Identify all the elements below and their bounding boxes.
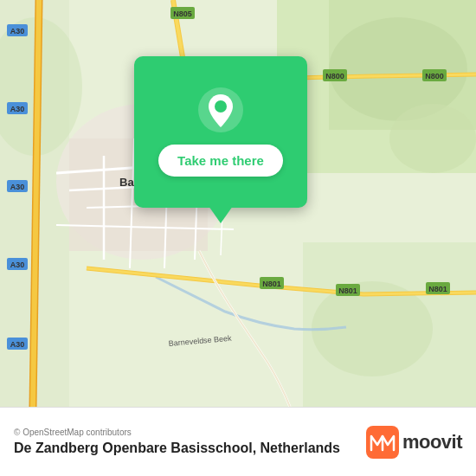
svg-point-3 — [329, 17, 467, 121]
moovit-icon — [366, 426, 399, 459]
svg-text:A30: A30 — [10, 183, 25, 191]
map-view: A30 A30 A30 A30 A30 N805 N800 N800 N801 … — [0, 0, 476, 407]
svg-text:A30: A30 — [10, 105, 25, 113]
location-name: De Zandberg Openbare Basisschool, Nether… — [14, 441, 340, 456]
svg-text:A30: A30 — [10, 261, 25, 269]
svg-text:N801: N801 — [428, 285, 447, 293]
svg-text:N801: N801 — [262, 280, 281, 288]
moovit-logo: moovit — [366, 426, 462, 459]
bottom-bar: © OpenStreetMap contributors De Zandberg… — [0, 407, 476, 476]
svg-point-4 — [389, 104, 476, 173]
svg-text:N800: N800 — [325, 72, 344, 80]
svg-point-47 — [215, 100, 227, 113]
location-popup: Take me there — [134, 56, 307, 208]
copyright-text: © OpenStreetMap contributors — [14, 428, 340, 437]
location-info: © OpenStreetMap contributors De Zandberg… — [14, 428, 340, 456]
svg-text:A30: A30 — [10, 27, 25, 35]
svg-text:N801: N801 — [338, 286, 357, 295]
svg-text:N805: N805 — [173, 10, 192, 18]
map-pin-icon — [198, 87, 243, 132]
svg-text:A30: A30 — [10, 340, 25, 349]
moovit-brand-text: moovit — [402, 431, 462, 453]
svg-text:N800: N800 — [425, 72, 444, 80]
take-me-there-button[interactable]: Take me there — [158, 145, 283, 177]
